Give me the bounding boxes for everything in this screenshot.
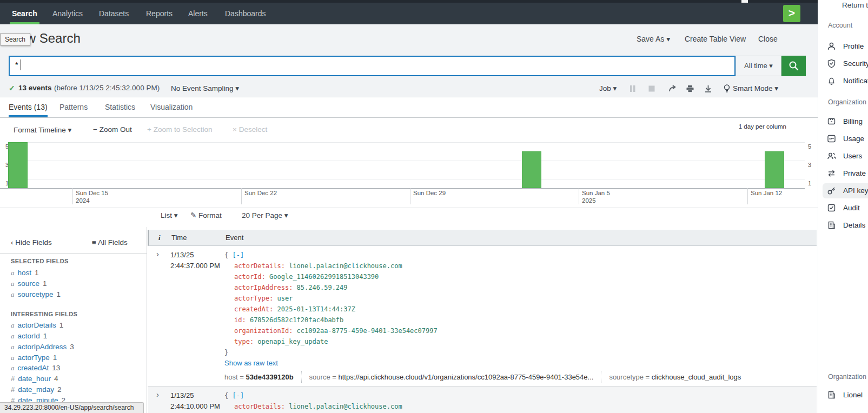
time-range-picker[interactable]: All time ▾ xyxy=(736,56,781,76)
expand-event-chevron-icon[interactable]: › xyxy=(156,390,159,399)
event-meta-row: host53de4339120bsourcehttps://api.clickh… xyxy=(224,371,748,383)
field-date_mday[interactable]: #date_mday2 xyxy=(11,385,62,394)
stop-icon[interactable] xyxy=(648,85,655,92)
person-icon xyxy=(827,42,836,51)
nav-item-alerts[interactable]: Alerts xyxy=(186,3,210,24)
tab-statistics[interactable]: Statistics xyxy=(105,97,135,117)
panel-item-organization-lionel[interactable]: Lionel xyxy=(823,388,868,403)
gridline xyxy=(12,161,805,161)
timeline-bar[interactable] xyxy=(522,151,541,188)
meta-host[interactable]: host53de4339120b xyxy=(224,371,301,383)
per-page-menu[interactable]: 20 Per Page ▾ xyxy=(242,211,288,219)
splunk-logo-icon[interactable]: > xyxy=(783,5,800,22)
panel-item-details[interactable]: Details xyxy=(823,218,868,233)
nav-item-analytics[interactable]: Analytics xyxy=(50,3,85,24)
number-field-icon: # xyxy=(11,375,15,383)
share-icon[interactable] xyxy=(668,85,677,92)
string-field-icon: a xyxy=(11,364,15,372)
event-row: › 1/13/252:44:10.000 PM { [-] actorDetai… xyxy=(148,386,817,413)
json-field: createdAt2025-01-13T14:44:37Z xyxy=(224,304,438,315)
tab-patterns[interactable]: Patterns xyxy=(59,97,88,117)
panel-item-private-endpoints[interactable]: Private endpoints xyxy=(823,166,868,181)
close-button[interactable]: Close xyxy=(758,35,778,43)
panel-item-users[interactable]: Users xyxy=(823,149,868,164)
panel-item-notifications[interactable]: Notifications xyxy=(823,74,868,89)
save-as-button[interactable]: Save As ▾ xyxy=(637,35,670,43)
search-input[interactable] xyxy=(9,56,736,76)
deselect-button[interactable]: × Deselect xyxy=(233,125,267,134)
close-x-icon: × xyxy=(233,125,237,134)
field-actorIpAddress[interactable]: aactorIpAddress3 xyxy=(11,343,74,351)
job-menu[interactable]: Job ▾ xyxy=(599,84,617,92)
panel-item-audit[interactable]: Audit xyxy=(823,201,868,216)
create-table-view-button[interactable]: Create Table View xyxy=(685,35,746,43)
event-column-header: Event xyxy=(226,234,243,242)
nav-item-dashboards[interactable]: Dashboards xyxy=(223,3,268,24)
all-fields-button[interactable]: ≡ All Fields xyxy=(92,238,128,247)
panel-item-api-keys[interactable]: API keys xyxy=(823,183,868,198)
format-results-button[interactable]: ✎ Format xyxy=(190,211,222,219)
format-timeline-menu[interactable]: Format Timeline ▾ xyxy=(14,125,71,134)
show-as-raw-text-link[interactable]: Show as raw text xyxy=(224,358,438,369)
json-field: id678526d582c1f20fac4babfb xyxy=(224,315,438,325)
list-type-menu[interactable]: List ▾ xyxy=(161,211,178,219)
swap-arrows-icon xyxy=(827,169,836,178)
caret-down-icon: ▾ xyxy=(174,211,178,219)
panel-item-usage[interactable]: Usage xyxy=(823,131,868,146)
x-axis-tick xyxy=(241,188,242,204)
field-actorId[interactable]: aactorId1 xyxy=(11,332,47,341)
field-source[interactable]: asource1 xyxy=(11,279,47,288)
field-sourcetype[interactable]: asourcetype1 xyxy=(11,290,61,299)
string-field-icon: a xyxy=(11,343,15,351)
account-section-label: Account xyxy=(828,22,852,29)
caret-down-icon: ▾ xyxy=(235,84,239,92)
event-sampling-menu[interactable]: No Event Sampling ▾ xyxy=(171,84,239,92)
tab-visualization[interactable]: Visualization xyxy=(150,97,193,117)
tab-events[interactable]: Events (13) xyxy=(9,97,48,117)
fields-sidebar-header: ‹ Hide Fields ≡ All Fields xyxy=(0,236,147,254)
interesting-fields-label: INTERESTING FIELDS xyxy=(11,311,77,317)
meta-source[interactable]: sourcehttps://api.clickhouse.cloud/v1/or… xyxy=(301,371,601,383)
zoom-out-button[interactable]: − Zoom Out xyxy=(93,125,132,134)
panel-item-profile[interactable]: Profile xyxy=(823,39,868,54)
panel-item-security[interactable]: Security xyxy=(823,56,868,71)
event-time: 1/13/252:44:10.000 PM xyxy=(170,390,220,412)
smart-mode-menu[interactable]: Smart Mode ▾ xyxy=(733,84,778,92)
time-column-header: Time xyxy=(171,234,187,242)
panel-item-billing[interactable]: Billing xyxy=(823,114,868,129)
text-caret xyxy=(21,59,21,70)
caret-down-icon: ▾ xyxy=(774,84,778,92)
field-actorType[interactable]: aactorType1 xyxy=(11,354,57,362)
timeline-bar[interactable] xyxy=(765,151,784,188)
magnifier-icon xyxy=(789,61,799,71)
nav-item-reports[interactable]: Reports xyxy=(144,3,175,24)
json-field: actorDetailslionel.palacin@clickhouse.co… xyxy=(224,261,438,271)
events-before-time: (before 1/13/25 2:45:32.000 PM) xyxy=(54,84,160,92)
pause-icon[interactable] xyxy=(629,85,637,92)
event-json: { [-] actorDetailslionel.palacin@clickho… xyxy=(224,250,438,369)
collapse-json-link[interactable]: [-] xyxy=(232,392,244,399)
field-createdAt[interactable]: acreatedAt13 xyxy=(11,364,60,372)
export-icon[interactable] xyxy=(704,85,712,93)
return-to-link[interactable]: Return to xyxy=(842,1,868,9)
field-actorDetails[interactable]: aactorDetails1 xyxy=(11,321,63,330)
search-button[interactable] xyxy=(781,56,806,76)
billing-icon xyxy=(827,117,836,126)
print-icon[interactable] xyxy=(686,85,694,93)
nav-item-search[interactable]: Search xyxy=(10,3,39,24)
field-date_hour[interactable]: #date_hour4 xyxy=(11,375,58,383)
zoom-to-selection-button[interactable]: + Zoom to Selection xyxy=(147,125,212,134)
hide-fields-button[interactable]: ‹ Hide Fields xyxy=(11,238,52,247)
field-host[interactable]: ahost1 xyxy=(11,269,39,277)
collapse-json-link[interactable]: [-] xyxy=(232,251,244,259)
x-axis-tick xyxy=(747,188,748,204)
x-axis-tick xyxy=(72,188,73,204)
nav-item-datasets[interactable]: Datasets xyxy=(97,3,131,24)
app-label-tooltip: Search xyxy=(0,33,30,46)
meta-sourcetype[interactable]: sourcetypeclickhouse_cloud_audit_logs xyxy=(601,371,748,383)
timeline-bar[interactable] xyxy=(8,142,28,188)
expand-event-chevron-icon[interactable]: › xyxy=(156,249,159,258)
result-tabs: Events (13) Patterns Statistics Visualiz… xyxy=(0,97,818,118)
chevron-left-icon: ‹ xyxy=(11,238,14,247)
minus-icon: − xyxy=(93,125,97,134)
